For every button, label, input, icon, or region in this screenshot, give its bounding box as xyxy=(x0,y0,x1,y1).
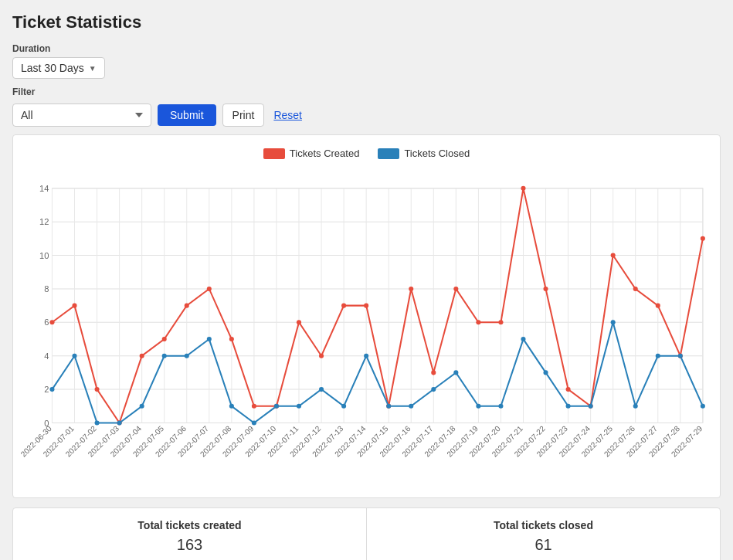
submit-button[interactable]: Submit xyxy=(158,104,216,126)
svg-point-103 xyxy=(633,404,638,409)
svg-point-72 xyxy=(611,253,616,257)
svg-point-83 xyxy=(185,354,189,358)
svg-point-66 xyxy=(476,320,480,324)
legend-closed-label: Tickets Closed xyxy=(404,148,470,159)
filter-label: Filter xyxy=(12,87,721,97)
page-title: Ticket Statistics xyxy=(12,12,721,32)
svg-point-91 xyxy=(364,354,368,358)
svg-point-48 xyxy=(72,304,76,308)
svg-point-105 xyxy=(678,354,683,358)
chevron-down-icon: ▼ xyxy=(89,64,97,73)
svg-point-59 xyxy=(319,354,324,358)
svg-point-55 xyxy=(229,337,234,341)
legend-closed: Tickets Closed xyxy=(378,148,470,159)
svg-point-53 xyxy=(185,304,189,308)
svg-point-100 xyxy=(566,404,571,409)
chart-area: 024681012142022-06-302022-07-012022-07-0… xyxy=(22,167,711,491)
svg-point-90 xyxy=(341,404,346,409)
svg-point-73 xyxy=(633,287,638,291)
svg-point-102 xyxy=(611,320,616,324)
summary-closed: Total tickets closed 61 xyxy=(367,508,720,560)
svg-text:12: 12 xyxy=(39,217,49,226)
svg-point-88 xyxy=(297,404,301,409)
svg-point-89 xyxy=(319,387,324,392)
svg-point-63 xyxy=(409,287,413,291)
svg-point-54 xyxy=(207,287,212,291)
legend-created-label: Tickets Created xyxy=(290,148,360,159)
svg-point-81 xyxy=(140,404,144,409)
svg-text:8: 8 xyxy=(44,284,49,294)
svg-point-47 xyxy=(49,320,54,324)
svg-point-65 xyxy=(453,287,458,291)
filter-select[interactable]: All xyxy=(12,104,151,127)
svg-point-98 xyxy=(521,337,525,341)
svg-point-77 xyxy=(49,387,54,392)
svg-point-64 xyxy=(431,370,436,375)
summary-closed-label: Total tickets closed xyxy=(379,519,708,531)
svg-point-61 xyxy=(364,304,368,308)
summary-created: Total tickets created 163 xyxy=(13,508,367,560)
reset-button[interactable]: Reset xyxy=(270,104,305,126)
svg-point-94 xyxy=(431,387,436,392)
controls-area: Duration Last 30 Days ▼ Filter All Submi… xyxy=(12,43,721,127)
svg-point-87 xyxy=(274,404,279,409)
svg-point-97 xyxy=(498,404,503,409)
svg-point-76 xyxy=(701,236,705,241)
svg-point-104 xyxy=(656,354,660,358)
svg-point-93 xyxy=(409,404,413,409)
svg-point-106 xyxy=(701,404,705,409)
svg-point-69 xyxy=(543,287,548,291)
svg-point-99 xyxy=(543,370,548,375)
svg-text:2: 2 xyxy=(44,385,49,394)
duration-value: Last 30 Days xyxy=(21,62,84,74)
chart-svg: 024681012142022-06-302022-07-012022-07-0… xyxy=(22,167,711,491)
svg-point-58 xyxy=(297,320,301,324)
svg-point-70 xyxy=(566,387,571,392)
svg-point-56 xyxy=(252,404,256,409)
svg-point-49 xyxy=(95,387,100,392)
summary-table: Total tickets created 163 Total tickets … xyxy=(12,507,721,560)
svg-point-78 xyxy=(72,354,76,358)
legend-created-color xyxy=(263,148,285,159)
summary-created-value: 163 xyxy=(25,536,354,554)
legend-created: Tickets Created xyxy=(263,148,360,159)
svg-point-82 xyxy=(162,354,167,358)
svg-point-86 xyxy=(252,420,256,425)
summary-closed-value: 61 xyxy=(379,536,708,554)
svg-point-101 xyxy=(589,404,593,409)
legend-closed-color xyxy=(378,148,399,159)
svg-point-80 xyxy=(117,420,122,425)
chart-legend: Tickets Created Tickets Closed xyxy=(22,148,711,159)
svg-point-85 xyxy=(229,404,234,409)
svg-point-74 xyxy=(656,304,660,308)
svg-text:10: 10 xyxy=(39,251,49,260)
svg-point-67 xyxy=(498,320,503,324)
svg-point-95 xyxy=(453,370,458,375)
svg-point-84 xyxy=(207,337,212,341)
svg-point-68 xyxy=(521,186,525,191)
duration-dropdown[interactable]: Last 30 Days ▼ xyxy=(12,57,105,79)
svg-point-60 xyxy=(341,304,346,308)
page-container: Ticket Statistics Duration Last 30 Days … xyxy=(0,0,733,560)
svg-text:4: 4 xyxy=(44,351,49,361)
svg-point-92 xyxy=(386,404,391,409)
svg-text:6: 6 xyxy=(44,317,49,327)
svg-point-51 xyxy=(140,354,144,358)
filter-row: All Submit Print Reset xyxy=(12,104,721,127)
svg-point-52 xyxy=(162,337,167,341)
duration-label: Duration xyxy=(12,43,721,54)
svg-point-96 xyxy=(476,404,480,409)
svg-text:14: 14 xyxy=(39,184,49,193)
print-button[interactable]: Print xyxy=(222,104,265,127)
chart-container: Tickets Created Tickets Closed 024681012… xyxy=(12,134,721,498)
summary-created-label: Total tickets created xyxy=(25,519,354,531)
svg-point-79 xyxy=(95,420,100,425)
